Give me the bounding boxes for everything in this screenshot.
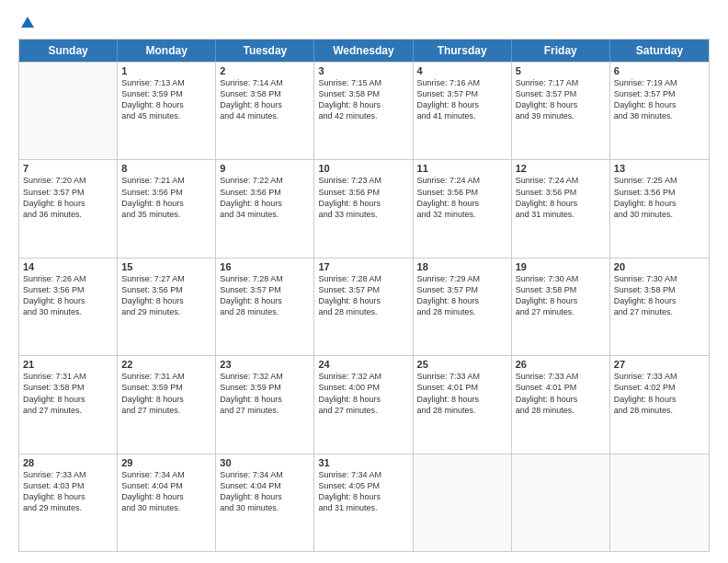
calendar-cell-12: 12Sunrise: 7:24 AM Sunset: 3:56 PM Dayli… [512,160,610,257]
day-number: 2 [220,65,310,76]
day-info: Sunrise: 7:25 AM Sunset: 3:56 PM Dayligh… [614,175,705,220]
day-number: 15 [121,261,211,272]
header-day-wednesday: Wednesday [314,40,413,62]
day-number: 9 [220,163,310,174]
calendar-header: SundayMondayTuesdayWednesdayThursdayFrid… [19,40,709,62]
day-info: Sunrise: 7:33 AM Sunset: 4:01 PM Dayligh… [417,371,507,416]
calendar-cell-23: 23Sunrise: 7:32 AM Sunset: 3:59 PM Dayli… [216,356,314,453]
day-number: 3 [318,65,408,76]
day-info: Sunrise: 7:33 AM Sunset: 4:01 PM Dayligh… [516,371,606,416]
day-info: Sunrise: 7:30 AM Sunset: 3:58 PM Dayligh… [516,273,606,318]
day-number: 25 [417,359,507,370]
day-info: Sunrise: 7:34 AM Sunset: 4:04 PM Dayligh… [220,469,310,514]
logo [18,17,36,31]
calendar-cell-14: 14Sunrise: 7:26 AM Sunset: 3:56 PM Dayli… [19,259,118,355]
day-info: Sunrise: 7:32 AM Sunset: 4:00 PM Dayligh… [318,371,408,416]
day-number: 27 [614,359,705,370]
calendar-cell-11: 11Sunrise: 7:24 AM Sunset: 3:56 PM Dayli… [414,160,512,257]
day-number: 17 [318,261,408,272]
svg-marker-0 [21,17,34,28]
calendar-row-0: 1Sunrise: 7:13 AM Sunset: 3:59 PM Daylig… [19,62,709,159]
calendar-cell-25: 25Sunrise: 7:33 AM Sunset: 4:01 PM Dayli… [414,356,512,453]
calendar-cell-3: 3Sunrise: 7:15 AM Sunset: 3:58 PM Daylig… [314,63,413,159]
calendar-cell-27: 27Sunrise: 7:33 AM Sunset: 4:02 PM Dayli… [610,356,709,453]
day-number: 19 [516,261,606,272]
calendar-cell-20: 20Sunrise: 7:30 AM Sunset: 3:58 PM Dayli… [610,259,709,355]
day-info: Sunrise: 7:28 AM Sunset: 3:57 PM Dayligh… [318,273,408,318]
calendar-cell-8: 8Sunrise: 7:21 AM Sunset: 3:56 PM Daylig… [118,160,216,257]
header-day-sunday: Sunday [19,40,118,62]
day-number: 31 [318,457,408,468]
day-number: 8 [121,163,211,174]
calendar-cell-22: 22Sunrise: 7:31 AM Sunset: 3:59 PM Dayli… [118,356,216,453]
day-info: Sunrise: 7:34 AM Sunset: 4:05 PM Dayligh… [318,469,408,514]
calendar-cell-18: 18Sunrise: 7:29 AM Sunset: 3:57 PM Dayli… [414,259,512,355]
day-info: Sunrise: 7:33 AM Sunset: 4:03 PM Dayligh… [23,469,113,514]
calendar-cell-4: 4Sunrise: 7:16 AM Sunset: 3:57 PM Daylig… [414,63,512,159]
day-number: 18 [417,261,507,272]
day-number: 24 [318,359,408,370]
day-number: 7 [23,163,113,174]
calendar-cell-5: 5Sunrise: 7:17 AM Sunset: 3:57 PM Daylig… [512,63,610,159]
calendar-cell-31: 31Sunrise: 7:34 AM Sunset: 4:05 PM Dayli… [314,454,413,551]
header-day-friday: Friday [512,40,610,62]
header [18,17,710,31]
calendar-cell-28: 28Sunrise: 7:33 AM Sunset: 4:03 PM Dayli… [19,454,118,551]
day-info: Sunrise: 7:29 AM Sunset: 3:57 PM Dayligh… [417,273,507,318]
day-number: 1 [121,65,211,76]
day-info: Sunrise: 7:30 AM Sunset: 3:58 PM Dayligh… [614,273,705,318]
calendar-cell-15: 15Sunrise: 7:27 AM Sunset: 3:56 PM Dayli… [118,259,216,355]
day-number: 29 [121,457,211,468]
day-info: Sunrise: 7:28 AM Sunset: 3:57 PM Dayligh… [220,273,310,318]
day-number: 20 [614,261,705,272]
day-number: 14 [23,261,113,272]
calendar-cell-13: 13Sunrise: 7:25 AM Sunset: 3:56 PM Dayli… [610,160,709,257]
day-number: 16 [220,261,310,272]
calendar-cell-empty-4-6 [610,454,709,551]
calendar-cell-empty-4-4 [414,454,512,551]
day-info: Sunrise: 7:22 AM Sunset: 3:56 PM Dayligh… [220,175,310,220]
day-info: Sunrise: 7:23 AM Sunset: 3:56 PM Dayligh… [318,175,408,220]
calendar-cell-30: 30Sunrise: 7:34 AM Sunset: 4:04 PM Dayli… [216,454,314,551]
calendar-cell-26: 26Sunrise: 7:33 AM Sunset: 4:01 PM Dayli… [512,356,610,453]
calendar-cell-2: 2Sunrise: 7:14 AM Sunset: 3:58 PM Daylig… [216,63,314,159]
calendar-cell-16: 16Sunrise: 7:28 AM Sunset: 3:57 PM Dayli… [216,259,314,355]
logo-icon [19,15,36,31]
header-day-tuesday: Tuesday [216,40,314,62]
day-number: 10 [318,163,408,174]
calendar-cell-empty-4-5 [512,454,610,551]
day-info: Sunrise: 7:31 AM Sunset: 3:58 PM Dayligh… [23,371,113,416]
day-number: 28 [23,457,113,468]
day-number: 30 [220,457,310,468]
calendar-cell-17: 17Sunrise: 7:28 AM Sunset: 3:57 PM Dayli… [314,259,413,355]
day-info: Sunrise: 7:20 AM Sunset: 3:57 PM Dayligh… [23,175,113,220]
day-info: Sunrise: 7:26 AM Sunset: 3:56 PM Dayligh… [23,273,113,318]
day-info: Sunrise: 7:16 AM Sunset: 3:57 PM Dayligh… [417,77,507,122]
day-info: Sunrise: 7:27 AM Sunset: 3:56 PM Dayligh… [121,273,211,318]
day-info: Sunrise: 7:15 AM Sunset: 3:58 PM Dayligh… [318,77,408,122]
day-number: 5 [516,65,606,76]
day-info: Sunrise: 7:32 AM Sunset: 3:59 PM Dayligh… [220,371,310,416]
header-day-monday: Monday [118,40,216,62]
calendar-cell-empty-0-0 [19,63,118,159]
calendar: SundayMondayTuesdayWednesdayThursdayFrid… [18,39,710,552]
calendar-row-1: 7Sunrise: 7:20 AM Sunset: 3:57 PM Daylig… [19,159,709,257]
header-day-thursday: Thursday [414,40,512,62]
calendar-row-3: 21Sunrise: 7:31 AM Sunset: 3:58 PM Dayli… [19,355,709,453]
calendar-row-2: 14Sunrise: 7:26 AM Sunset: 3:56 PM Dayli… [19,258,709,355]
header-day-saturday: Saturday [610,40,709,62]
day-info: Sunrise: 7:17 AM Sunset: 3:57 PM Dayligh… [516,77,606,122]
calendar-cell-21: 21Sunrise: 7:31 AM Sunset: 3:58 PM Dayli… [19,356,118,453]
day-info: Sunrise: 7:24 AM Sunset: 3:56 PM Dayligh… [516,175,606,220]
calendar-body: 1Sunrise: 7:13 AM Sunset: 3:59 PM Daylig… [19,62,709,551]
calendar-cell-19: 19Sunrise: 7:30 AM Sunset: 3:58 PM Dayli… [512,259,610,355]
day-info: Sunrise: 7:13 AM Sunset: 3:59 PM Dayligh… [121,77,211,122]
calendar-cell-10: 10Sunrise: 7:23 AM Sunset: 3:56 PM Dayli… [314,160,413,257]
day-info: Sunrise: 7:14 AM Sunset: 3:58 PM Dayligh… [220,77,310,122]
day-number: 21 [23,359,113,370]
day-number: 11 [417,163,507,174]
day-number: 6 [614,65,705,76]
calendar-cell-7: 7Sunrise: 7:20 AM Sunset: 3:57 PM Daylig… [19,160,118,257]
page: SundayMondayTuesdayWednesdayThursdayFrid… [0,0,728,563]
day-info: Sunrise: 7:21 AM Sunset: 3:56 PM Dayligh… [121,175,211,220]
